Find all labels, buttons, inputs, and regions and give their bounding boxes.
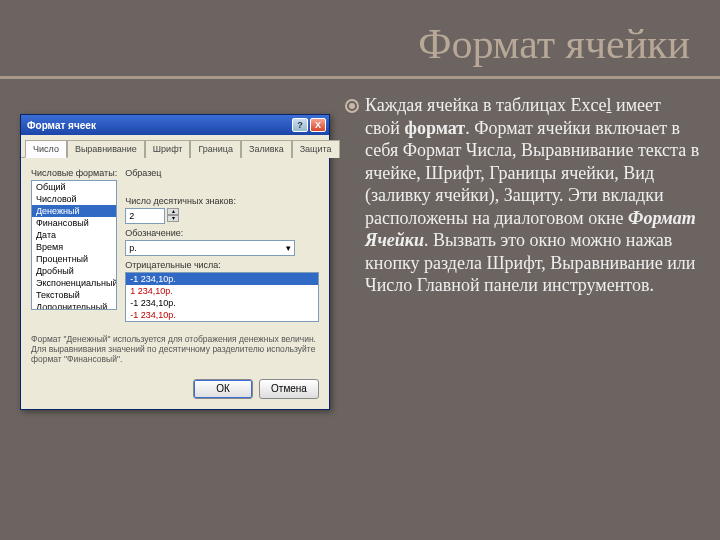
tab-number[interactable]: Число [25, 140, 67, 158]
body-text: Каждая ячейка в таблицах Excel имеет сво… [365, 94, 700, 297]
list-item[interactable]: -1 234,10р. [126, 273, 318, 285]
decimals-spinner[interactable]: ▴▾ [167, 208, 179, 224]
dialog-title: Формат ячеек [27, 120, 96, 131]
format-description: Формат "Денежный" используется для отобр… [21, 326, 329, 373]
sample-label: Образец [125, 168, 319, 178]
tab-border[interactable]: Граница [190, 140, 241, 158]
dialog-titlebar: Формат ячеек ? X [21, 115, 329, 135]
list-item[interactable]: Процентный [32, 253, 116, 265]
dialog-tabs: Число Выравнивание Шрифт Граница Заливка… [21, 135, 329, 158]
bullet-item: Каждая ячейка в таблицах Excel имеет сво… [345, 94, 700, 297]
bullet-icon [345, 99, 359, 113]
negative-numbers-list[interactable]: -1 234,10р. 1 234,10р. -1 234,10р. -1 23… [125, 272, 319, 322]
list-item[interactable]: -1 234,10р. [126, 297, 318, 309]
list-item[interactable]: Дата [32, 229, 116, 241]
list-item[interactable]: Общий [32, 181, 116, 193]
list-item[interactable]: Дробный [32, 265, 116, 277]
symbol-select[interactable]: р.▾ [125, 240, 295, 256]
ok-button[interactable]: ОК [193, 379, 253, 399]
list-item[interactable]: 1 234,10р. [126, 285, 318, 297]
list-item[interactable]: Время [32, 241, 116, 253]
list-item[interactable]: Числовой [32, 193, 116, 205]
tab-alignment[interactable]: Выравнивание [67, 140, 145, 158]
list-item[interactable]: Денежный [32, 205, 116, 217]
negative-label: Отрицательные числа: [125, 260, 319, 270]
slide-title: Формат ячейки [0, 0, 720, 79]
list-item[interactable]: Финансовый [32, 217, 116, 229]
symbol-label: Обозначение: [125, 228, 319, 238]
tab-protection[interactable]: Защита [292, 140, 340, 158]
number-formats-list[interactable]: Общий Числовой Денежный Финансовый Дата … [31, 180, 117, 310]
list-item[interactable]: Текстовый [32, 289, 116, 301]
help-button[interactable]: ? [292, 118, 308, 132]
close-button[interactable]: X [310, 118, 326, 132]
formats-label: Числовые форматы: [31, 168, 117, 178]
format-cells-dialog: Формат ячеек ? X Число Выравнивание Шриф… [20, 114, 330, 410]
decimals-label: Число десятичных знаков: [125, 196, 319, 206]
list-item[interactable]: Экспоненциальный [32, 277, 116, 289]
tab-fill[interactable]: Заливка [241, 140, 292, 158]
list-item[interactable]: -1 234,10р. [126, 309, 318, 321]
tab-font[interactable]: Шрифт [145, 140, 191, 158]
decimals-input[interactable]: 2 [125, 208, 165, 224]
slide-content: Формат ячеек ? X Число Выравнивание Шриф… [0, 94, 720, 410]
cancel-button[interactable]: Отмена [259, 379, 319, 399]
list-item[interactable]: Дополнительный [32, 301, 116, 310]
